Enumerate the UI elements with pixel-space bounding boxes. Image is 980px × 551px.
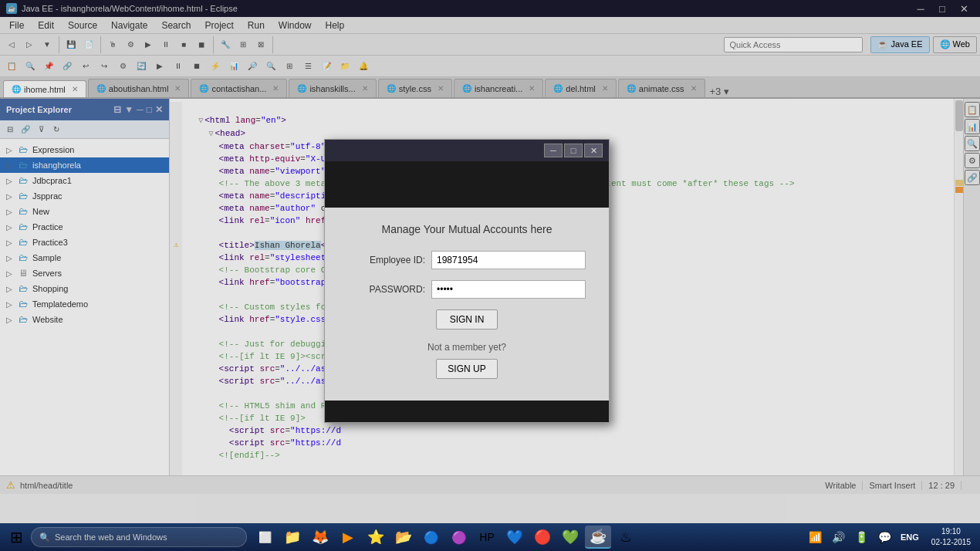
toolbar2-btn15[interactable]: 🔍 (262, 58, 279, 75)
sidebar-filter[interactable]: ⊽ (34, 123, 48, 137)
menu-run[interactable]: Run (242, 19, 271, 32)
menu-file[interactable]: File (3, 19, 30, 32)
tab-ihome[interactable]: 🌐 ihome.html ✕ (3, 80, 86, 99)
toolbar2-btn12[interactable]: ⚡ (207, 58, 224, 75)
sidebar-item-jdbcprac1[interactable]: ▷ 🗁 Jdbcprac1 (0, 173, 169, 188)
toolbar2-btn16[interactable]: ⊞ (281, 58, 298, 75)
sidebar-item-sample[interactable]: ▷ 🗁 Sample (0, 250, 169, 265)
menu-navigate[interactable]: Navigate (105, 19, 154, 32)
sidebar-item-jspprac[interactable]: ▷ 🗁 Jspprac (0, 188, 169, 204)
toolbar2-btn19[interactable]: 📁 (336, 58, 353, 75)
taskbar-folder2[interactable]: 📂 (390, 526, 417, 549)
tab-overflow[interactable]: +3 ▾ (707, 86, 732, 97)
taskbar-volume-icon[interactable]: 🔊 (828, 527, 848, 547)
toolbar-btn-3e[interactable]: ■ (175, 36, 192, 53)
modal-signin-btn[interactable]: SIGN IN (436, 309, 498, 330)
toolbar-btn-3f[interactable]: ◼ (193, 36, 210, 53)
toolbar-save[interactable]: 💾 (63, 36, 79, 53)
taskbar-app10[interactable]: 🔴 (529, 526, 556, 549)
sidebar-item-templatedemo[interactable]: ▷ 🗁 Templatedemo (0, 296, 169, 312)
taskbar-network-icon[interactable]: 📶 (805, 527, 825, 547)
minimize-button[interactable]: ─ (911, 2, 931, 15)
perspective-web[interactable]: 🌐 Web (933, 36, 977, 53)
tab-skills[interactable]: 🌐 ishanskills... ✕ (289, 79, 376, 97)
taskbar-vlc[interactable]: ▶ (335, 526, 361, 549)
toolbar-save-all[interactable]: 📄 (80, 36, 97, 53)
menu-window[interactable]: Window (272, 19, 318, 32)
toolbar2-btn5[interactable]: ↩ (77, 58, 94, 75)
menu-help[interactable]: Help (319, 19, 351, 32)
taskbar-firefox[interactable]: 🦊 (307, 526, 333, 549)
sidebar-item-expression[interactable]: ▷ 🗁 Expression (0, 142, 169, 157)
toolbar-btn-4b[interactable]: ⊞ (235, 36, 252, 53)
toolbar2-btn2[interactable]: 🔍 (22, 58, 39, 75)
tab-aboutishan[interactable]: 🌐 aboutishan.html ✕ (88, 79, 190, 97)
toolbar2-btn13[interactable]: 📊 (225, 58, 242, 75)
perspective-javaee[interactable]: ☕ Java EE (870, 36, 929, 53)
sidebar-minimize-icon[interactable]: ─ (137, 104, 144, 115)
taskbar-battery-icon[interactable]: 🔋 (851, 527, 871, 547)
menu-search[interactable]: Search (155, 19, 197, 32)
tab-contact[interactable]: 🌐 contactishan... ✕ (191, 79, 287, 97)
start-button[interactable]: ⊞ (3, 526, 29, 549)
tab-animate[interactable]: 🌐 animate.css ✕ (618, 79, 705, 97)
sidebar-maximize-icon[interactable]: □ (147, 104, 152, 115)
tab-close-animate[interactable]: ✕ (691, 84, 697, 93)
taskbar-app9[interactable]: 💙 (502, 526, 528, 549)
menu-project[interactable]: Project (198, 19, 239, 32)
modal-close-btn[interactable]: ✕ (584, 144, 603, 157)
toolbar-down[interactable]: ▼ (39, 36, 56, 53)
toolbar2-btn9[interactable]: ▶ (151, 58, 168, 75)
toolbar-btn-4a[interactable]: 🔧 (217, 36, 234, 53)
taskbar-eclipse[interactable]: ☕ (585, 526, 611, 549)
quick-access-input[interactable] (724, 37, 863, 52)
right-icon-4[interactable]: ⚙ (965, 153, 980, 168)
taskbar-fileexplorer[interactable]: 📁 (279, 526, 306, 549)
sidebar-item-practice3[interactable]: ▷ 🗁 Practice3 (0, 235, 169, 250)
sidebar-item-new[interactable]: ▷ 🗁 New (0, 204, 169, 219)
menu-edit[interactable]: Edit (32, 19, 60, 32)
right-icon-5[interactable]: 🔗 (965, 170, 980, 185)
toolbar-btn-3d[interactable]: ⏸ (157, 36, 174, 53)
tab-close-contact[interactable]: ✕ (272, 84, 279, 93)
tab-close-ihome[interactable]: ✕ (72, 85, 78, 93)
toolbar2-btn18[interactable]: 📝 (318, 58, 335, 75)
toolbar-forward[interactable]: ▷ (21, 36, 38, 53)
sidebar-item-practice[interactable]: ▷ 🗁 Practice (0, 219, 169, 235)
sidebar-collapse-all[interactable]: ⊟ (3, 123, 17, 137)
taskbar-taskview[interactable]: ⬜ (252, 526, 278, 549)
close-button[interactable]: ✕ (954, 2, 974, 15)
toolbar2-btn6[interactable]: ↪ (96, 58, 113, 75)
taskbar-java[interactable]: ♨ (613, 526, 639, 549)
toolbar-btn-4c[interactable]: ⊠ (252, 36, 269, 53)
right-icon-3[interactable]: 🔍 (965, 136, 980, 151)
sidebar-menu-icon[interactable]: ▼ (124, 104, 133, 115)
toolbar2-btn14[interactable]: 🔎 (244, 58, 261, 75)
modal-employee-input[interactable] (431, 251, 586, 269)
toolbar2-btn4[interactable]: 🔗 (59, 58, 76, 75)
modal-maximize-btn[interactable]: □ (564, 144, 583, 157)
taskbar-hp[interactable]: HP (474, 526, 500, 549)
toolbar2-btn17[interactable]: ☰ (299, 58, 316, 75)
editor-scrollbar[interactable] (954, 99, 963, 475)
sidebar-link-editor[interactable]: 🔗 (19, 123, 32, 137)
toolbar2-btn8[interactable]: 🔄 (133, 58, 150, 75)
toolbar2-btn10[interactable]: ⏸ (170, 58, 187, 75)
taskbar-app11[interactable]: 💚 (557, 526, 583, 549)
toolbar2-btn20[interactable]: 🔔 (355, 58, 372, 75)
modal-signup-btn[interactable]: SIGN UP (436, 359, 498, 379)
sidebar-refresh[interactable]: ↻ (49, 123, 63, 137)
maximize-button[interactable]: □ (932, 2, 952, 15)
modal-password-input[interactable] (431, 280, 586, 299)
toolbar-btn-3b[interactable]: ⚙ (122, 36, 139, 53)
tab-style[interactable]: 🌐 style.css ✕ (378, 79, 452, 97)
tab-close-creati[interactable]: ✕ (529, 84, 535, 93)
menu-source[interactable]: Source (62, 19, 103, 32)
sidebar-item-ishanghorela[interactable]: ▷ 🗁 ishanghorela (0, 157, 169, 173)
tab-close-skills[interactable]: ✕ (362, 84, 368, 93)
taskbar-star[interactable]: ⭐ (363, 526, 389, 549)
sidebar-collapse-icon[interactable]: ⊟ (113, 104, 121, 115)
tab-close-style[interactable]: ✕ (438, 84, 444, 93)
taskbar-search[interactable]: 🔍 Search the web and Windows (31, 527, 247, 547)
sidebar-pin-icon[interactable]: ✕ (155, 104, 163, 115)
